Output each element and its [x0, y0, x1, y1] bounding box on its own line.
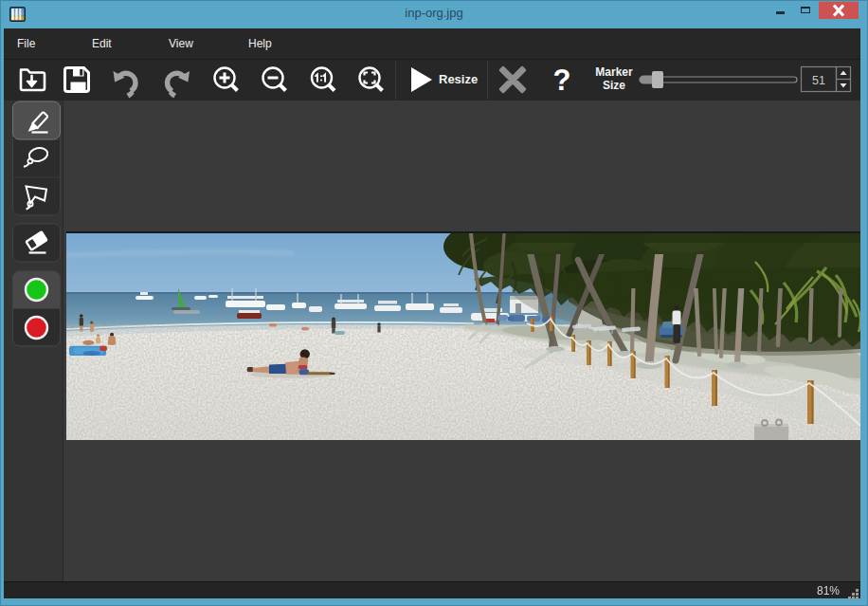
svg-text:51: 51 [812, 74, 825, 87]
svg-text:?: ? [553, 64, 571, 97]
